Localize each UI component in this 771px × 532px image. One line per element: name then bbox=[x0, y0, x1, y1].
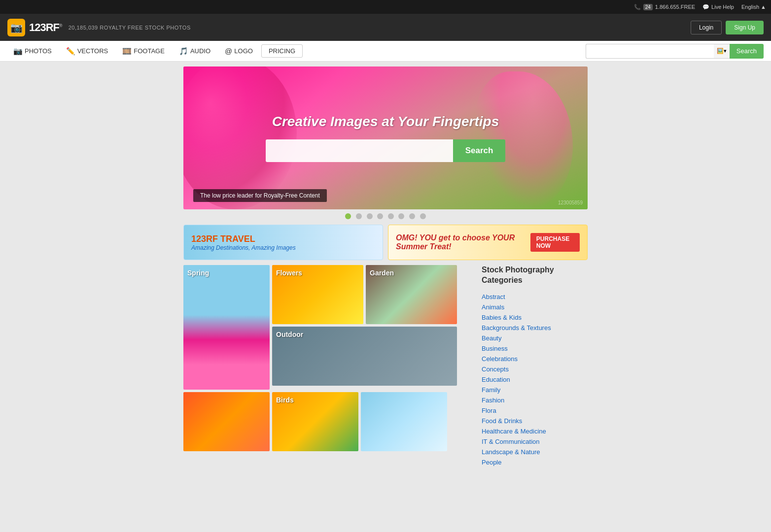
pen-icon: ✏️ bbox=[66, 47, 75, 56]
flowers-label: Flowers bbox=[276, 269, 359, 320]
camera-icon: 📷 bbox=[13, 47, 23, 56]
category-item-babies-&-kids[interactable]: Babies & Kids bbox=[482, 312, 588, 323]
sidebar-title: Stock Photography Categories bbox=[482, 265, 588, 286]
category-item-food-&-drinks[interactable]: Food & Drinks bbox=[482, 416, 588, 426]
chat-icon: 💬 bbox=[702, 4, 709, 10]
photo-garden[interactable]: Garden bbox=[366, 265, 457, 324]
main-content: Creative Images at Your Fingertips Searc… bbox=[60, 62, 711, 477]
login-button[interactable]: Login bbox=[691, 21, 722, 34]
hero-watermark: 123005859 bbox=[558, 200, 583, 205]
film-icon: 🎞️ bbox=[122, 47, 132, 56]
language-selector[interactable]: English ▲ bbox=[741, 4, 766, 10]
category-item-family[interactable]: Family bbox=[482, 385, 588, 395]
carousel-dot-2[interactable] bbox=[356, 213, 362, 219]
category-item-landscape-&-nature[interactable]: Landscape & Nature bbox=[482, 447, 588, 457]
birds-label: Birds bbox=[276, 396, 294, 404]
carousel-dot-6[interactable] bbox=[398, 213, 404, 219]
category-item-people[interactable]: People bbox=[482, 457, 588, 467]
travel-banner[interactable]: 123RF TRAVEL Amazing Destinations, Amazi… bbox=[183, 225, 383, 260]
photo-outdoor[interactable]: Outdoor bbox=[272, 327, 457, 386]
header-auth: Login Sign Up bbox=[691, 21, 764, 34]
hero-search-button[interactable]: Search bbox=[453, 139, 506, 162]
category-item-education[interactable]: Education bbox=[482, 374, 588, 385]
site-logo: 123RF® bbox=[29, 21, 62, 34]
spring-label: Spring bbox=[187, 269, 209, 277]
grid-row-2: Birds bbox=[183, 392, 474, 451]
photo-sky[interactable] bbox=[361, 392, 447, 451]
carousel-dot-5[interactable] bbox=[388, 213, 394, 219]
grid-col-right: Flowers Garden Outdoor bbox=[272, 265, 457, 390]
photo-flowers[interactable]: Flowers bbox=[272, 265, 363, 324]
nav-search-input[interactable] bbox=[586, 44, 714, 59]
nav-vectors[interactable]: ✏️ VECTORS bbox=[60, 44, 114, 59]
phone-number: 1.866.655.FREE bbox=[655, 4, 695, 10]
hero-content: Creative Images at Your Fingertips Searc… bbox=[224, 114, 547, 162]
at-icon: @ bbox=[225, 47, 232, 55]
category-list: AbstractAnimalsBabies & KidsBackgrounds … bbox=[482, 292, 588, 467]
category-item-beauty[interactable]: Beauty bbox=[482, 333, 588, 343]
logo-icon: 📷 bbox=[7, 19, 25, 36]
category-item-abstract[interactable]: Abstract bbox=[482, 292, 588, 302]
hero-title: Creative Images at Your Fingertips bbox=[224, 114, 547, 130]
purchase-now-button[interactable]: PURCHASE NOW bbox=[530, 233, 580, 252]
hero-search: Search bbox=[224, 139, 547, 162]
phone-info: 📞 24 1.866.655.FREE bbox=[634, 4, 695, 10]
site-tagline: 20,185,039 ROYALTY FREE STOCK PHOTOS bbox=[69, 25, 191, 31]
category-item-healthcare-&-medicine[interactable]: Healthcare & Medicine bbox=[482, 426, 588, 436]
promo-banner-text: OMG! YOU get to choose YOUR Summer Treat… bbox=[396, 233, 530, 251]
site-header: 📷 123RF® 20,185,039 ROYALTY FREE STOCK P… bbox=[0, 14, 771, 41]
nav-search: 🖼️▾ Search bbox=[586, 44, 764, 59]
banner-left-content: 123RF TRAVEL Amazing Destinations, Amazi… bbox=[191, 234, 296, 251]
signup-button[interactable]: Sign Up bbox=[726, 21, 764, 34]
carousel-dot-1[interactable] bbox=[345, 213, 351, 219]
top-bar: 📞 24 1.866.655.FREE 💬 Live Help English … bbox=[0, 0, 771, 14]
grid-row-1: Spring Flowers Garden Outdoor bbox=[183, 265, 474, 390]
content-area: Spring Flowers Garden Outdoor bbox=[183, 265, 588, 467]
category-item-animals[interactable]: Animals bbox=[482, 302, 588, 312]
promo-banners: 123RF TRAVEL Amazing Destinations, Amazi… bbox=[183, 225, 588, 260]
category-item-celebrations[interactable]: Celebrations bbox=[482, 354, 588, 364]
nav-photos[interactable]: 📷 PHOTOS bbox=[7, 44, 58, 59]
hero-banner: Creative Images at Your Fingertips Searc… bbox=[183, 66, 588, 209]
camera-icon: 📷 bbox=[10, 22, 23, 33]
nav-logo[interactable]: @ LOGO bbox=[219, 44, 259, 58]
hero-search-input[interactable] bbox=[266, 139, 453, 162]
photo-spring[interactable]: Spring bbox=[183, 265, 270, 390]
category-item-business[interactable]: Business bbox=[482, 343, 588, 354]
main-nav: 📷 PHOTOS ✏️ VECTORS 🎞️ FOOTAGE 🎵 AUDIO @… bbox=[0, 41, 771, 62]
category-item-fashion[interactable]: Fashion bbox=[482, 395, 588, 405]
category-item-concepts[interactable]: Concepts bbox=[482, 364, 588, 374]
promo-banner[interactable]: OMG! YOU get to choose YOUR Summer Treat… bbox=[388, 225, 588, 260]
hour-badge: 24 bbox=[643, 4, 653, 10]
travel-banner-title: 123RF TRAVEL bbox=[191, 234, 296, 244]
music-icon: 🎵 bbox=[179, 47, 188, 56]
search-type-button[interactable]: 🖼️▾ bbox=[714, 44, 730, 59]
photo-grid: Spring Flowers Garden Outdoor bbox=[183, 265, 474, 467]
nav-search-button[interactable]: Search bbox=[730, 44, 764, 59]
sidebar: Stock Photography Categories AbstractAni… bbox=[482, 265, 588, 467]
carousel-dot-7[interactable] bbox=[409, 213, 415, 219]
outdoor-label: Outdoor bbox=[276, 331, 453, 382]
category-item-it-&-communication[interactable]: IT & Communication bbox=[482, 436, 588, 447]
hero-caption: The low price leader for Royalty-Free Co… bbox=[193, 189, 327, 202]
photo-birds[interactable]: Birds bbox=[272, 392, 358, 451]
carousel-dots bbox=[60, 213, 711, 221]
carousel-dot-3[interactable] bbox=[367, 213, 373, 219]
phone-icon: 📞 bbox=[634, 4, 641, 10]
nav-pricing[interactable]: PRICING bbox=[261, 44, 303, 58]
travel-banner-subtitle: Amazing Destinations, Amazing Images bbox=[191, 244, 296, 251]
carousel-dot-4[interactable] bbox=[377, 213, 383, 219]
logo-area[interactable]: 📷 123RF® 20,185,039 ROYALTY FREE STOCK P… bbox=[7, 19, 191, 36]
nav-audio[interactable]: 🎵 AUDIO bbox=[173, 44, 216, 59]
garden-label: Garden bbox=[370, 269, 394, 277]
live-help-button[interactable]: 💬 Live Help bbox=[702, 4, 734, 10]
nav-footage[interactable]: 🎞️ FOOTAGE bbox=[116, 44, 171, 59]
photo-sunset[interactable] bbox=[183, 392, 270, 451]
category-item-backgrounds-&-textures[interactable]: Backgrounds & Textures bbox=[482, 323, 588, 333]
category-item-flora[interactable]: Flora bbox=[482, 405, 588, 416]
carousel-dot-8[interactable] bbox=[420, 213, 426, 219]
